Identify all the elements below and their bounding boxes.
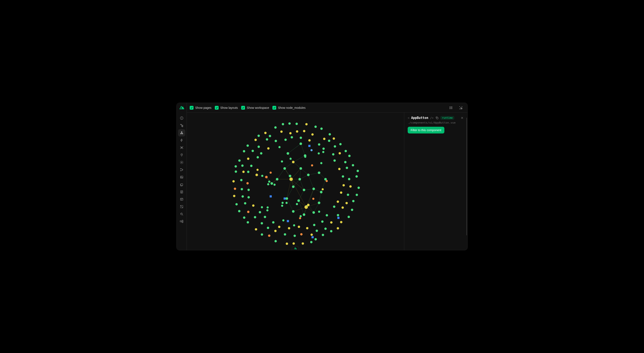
graph-node[interactable] [307,204,310,206]
graph-node[interactable] [265,176,268,178]
graph-node[interactable] [290,136,293,138]
graph-node[interactable] [337,201,339,203]
graph-node[interactable] [330,230,332,232]
graph-node[interactable] [258,145,260,148]
graph-node[interactable] [303,130,305,132]
graph-node[interactable] [337,227,339,229]
graph-node[interactable] [248,189,250,191]
graph-node[interactable] [310,149,312,151]
graph-node[interactable] [312,188,315,190]
graph-node[interactable] [346,202,348,204]
graph-node[interactable] [342,184,345,186]
graph-node[interactable] [355,175,358,178]
graph-node[interactable] [300,167,302,170]
graph-node[interactable] [268,235,270,237]
graph-node[interactable] [344,161,346,163]
graph-node[interactable] [246,182,249,184]
sidebar-item-layouts[interactable] [178,196,185,203]
graph-node[interactable] [232,180,235,182]
graph-node[interactable] [270,172,272,174]
graph-node[interactable] [304,154,306,157]
graph-node[interactable] [299,217,301,219]
sidebar-item-routes[interactable] [178,188,185,195]
graph-node[interactable] [284,167,286,170]
graph-node[interactable] [296,203,298,205]
graph-node[interactable] [314,238,317,240]
sidebar-item-hooks[interactable] [178,159,185,166]
graph-canvas[interactable] [187,113,404,250]
graph-node[interactable] [324,228,327,230]
list-view-icon[interactable] [448,105,454,111]
graph-node[interactable] [292,242,295,245]
graph-node[interactable] [274,184,276,186]
graph-node[interactable] [349,185,352,188]
graph-node[interactable] [284,233,286,236]
sidebar-item-vscode[interactable] [178,218,185,225]
copy-icon[interactable] [435,116,439,120]
graph-node[interactable] [261,175,263,177]
sidebar-item-timeline[interactable] [178,203,185,210]
graph-node[interactable] [260,222,263,224]
sidebar-item-modules[interactable] [178,144,185,151]
graph-node[interactable] [318,202,320,204]
graph-node[interactable] [259,211,261,213]
graph-node[interactable] [320,162,322,164]
graph-node[interactable] [246,144,249,147]
graph-node[interactable] [339,152,341,154]
graph-node-square[interactable] [284,197,286,200]
graph-node[interactable] [322,234,324,236]
graph-node[interactable] [288,227,290,229]
sidebar-item-inspect[interactable] [178,210,185,218]
graph-node[interactable] [337,214,339,216]
graph-node[interactable] [358,187,360,189]
graph-node[interactable] [324,178,327,181]
graph-node[interactable] [352,200,354,202]
graph-node[interactable] [333,206,335,208]
graph-node[interactable] [303,213,305,216]
graph-node[interactable] [297,200,300,202]
graph-node[interactable] [240,179,242,181]
graph-node[interactable] [296,123,298,125]
graph-node[interactable] [266,138,268,140]
graph-node[interactable] [247,221,249,224]
sidebar-item-runtime[interactable] [178,166,185,173]
graph-node[interactable] [286,243,288,245]
graph-node[interactable] [241,164,244,167]
graph-node[interactable] [307,174,310,176]
inspector-target-icon[interactable] [458,105,464,111]
graph-node[interactable] [243,216,246,219]
graph-node[interactable] [294,235,296,237]
graph-node[interactable] [342,175,344,178]
graph-node[interactable] [278,146,280,148]
graph-node[interactable] [312,198,314,200]
graph-node[interactable] [292,210,294,213]
sidebar-item-assets[interactable] [178,174,185,181]
graph-node[interactable] [256,169,258,171]
graph-node[interactable] [266,206,268,209]
graph-node[interactable] [286,152,289,155]
graph-node[interactable] [326,214,328,216]
graph-node[interactable] [233,195,235,197]
graph-node[interactable] [311,133,314,136]
graph-node[interactable] [282,123,284,125]
graph-node[interactable] [312,211,315,214]
graph-node[interactable] [274,126,277,129]
graph-node[interactable] [292,161,294,163]
graph-node-square[interactable] [287,220,289,222]
graph-node[interactable] [311,164,313,166]
checkbox-show-pages[interactable]: Show pages [190,106,212,110]
graph-node[interactable] [321,220,324,223]
graph-node[interactable] [238,159,240,162]
graph-node[interactable] [332,153,334,155]
graph-node[interactable] [264,132,266,134]
close-icon[interactable] [460,116,464,120]
graph-node[interactable] [308,139,310,141]
graph-node[interactable] [310,241,312,243]
graph-node[interactable] [328,140,330,142]
sidebar-item-pages[interactable] [178,122,185,129]
graph-node[interactable] [289,178,293,181]
graph-node[interactable] [266,209,268,211]
graph-node[interactable] [281,160,283,163]
graph-node[interactable] [247,211,250,213]
graph-node[interactable] [284,139,287,141]
